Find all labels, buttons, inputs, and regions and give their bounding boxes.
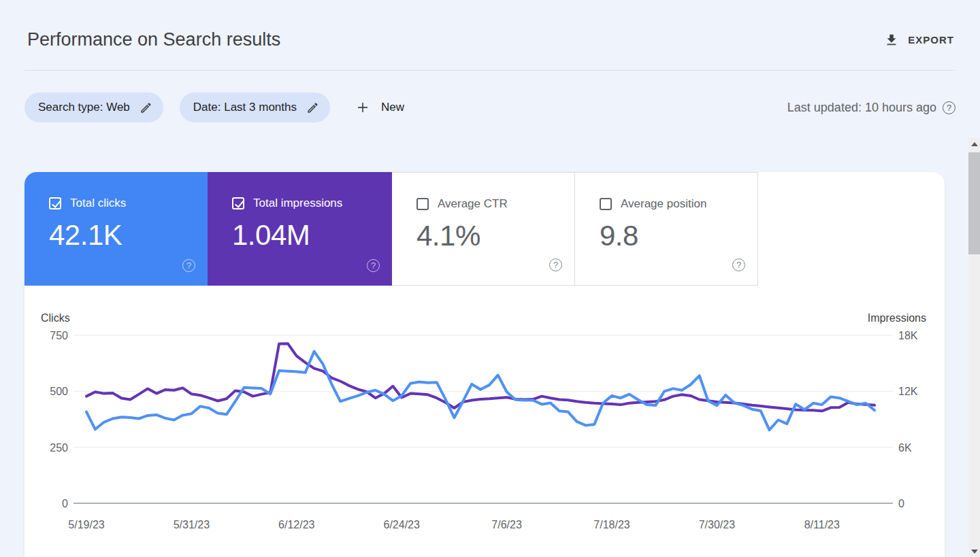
metric-average-ctr[interactable]: Average CTR 4.1% <box>392 172 575 286</box>
metric-total-clicks[interactable]: Total clicks 42.1K <box>24 172 208 286</box>
scrollbar-thumb[interactable] <box>968 152 980 254</box>
page-title: Performance on Search results <box>27 29 280 50</box>
impressions-line <box>86 343 875 411</box>
metric-value: 42.1K <box>49 219 208 252</box>
export-label: EXPORT <box>908 34 954 46</box>
date-range-chip-label: Date: Last 3 months <box>193 101 297 114</box>
metric-row-filler <box>758 172 945 286</box>
help-icon[interactable] <box>182 259 195 272</box>
left-axis-tick: 0 <box>62 498 68 509</box>
left-axis-tick: 500 <box>50 386 68 397</box>
performance-card: Total clicks 42.1K Total impressions 1.0… <box>24 172 945 557</box>
right-axis-tick: 18K <box>898 330 918 341</box>
edit-pencil-icon[interactable] <box>140 101 152 114</box>
new-filter-label: New <box>381 101 404 114</box>
metric-average-position[interactable]: Average position 9.8 <box>575 172 758 286</box>
metric-value: 1.04M <box>232 219 392 252</box>
right-axis-tick: 12K <box>898 386 918 397</box>
left-axis-tick: 750 <box>50 330 68 341</box>
scroll-up-arrow-icon[interactable] <box>968 138 980 150</box>
checkbox-icon[interactable] <box>600 198 612 210</box>
x-axis-tick: 7/18/23 <box>593 519 630 530</box>
export-button[interactable]: EXPORT <box>883 29 956 52</box>
checkbox-icon[interactable] <box>416 198 429 210</box>
x-axis-tick: 7/6/23 <box>491 519 522 530</box>
help-icon[interactable] <box>943 101 956 114</box>
edit-pencil-icon[interactable] <box>306 101 319 114</box>
metric-total-impressions[interactable]: Total impressions 1.04M <box>208 172 392 286</box>
last-updated-text: Last updated: 10 hours ago <box>787 101 936 115</box>
x-axis-tick: 8/11/23 <box>804 519 840 530</box>
x-axis-tick: 5/31/23 <box>174 519 210 530</box>
metric-value: 9.8 <box>600 220 757 252</box>
metric-label: Total impressions <box>253 197 342 210</box>
right-axis-tick: 6K <box>898 442 912 454</box>
search-type-chip[interactable]: Search type: Web <box>24 92 163 122</box>
checkbox-icon[interactable] <box>232 197 244 209</box>
clicks-line <box>86 352 875 431</box>
right-axis-title: Impressions <box>868 312 926 324</box>
metric-label: Total clicks <box>70 197 126 210</box>
header-divider <box>24 70 956 71</box>
performance-chart[interactable]: 75018K50012K2506K00ClicksImpressions5/19… <box>24 286 945 557</box>
x-axis-tick: 6/24/23 <box>384 519 420 530</box>
metric-label: Average position <box>621 197 706 211</box>
metric-row: Total clicks 42.1K Total impressions 1.0… <box>24 172 945 286</box>
metric-label: Average CTR <box>438 197 508 211</box>
left-axis-tick: 250 <box>50 442 68 454</box>
date-range-chip[interactable]: Date: Last 3 months <box>180 92 330 122</box>
new-filter-button[interactable]: New <box>352 94 407 121</box>
x-axis-tick: 6/12/23 <box>278 519 314 530</box>
right-axis-tick: 0 <box>898 498 904 509</box>
search-type-chip-label: Search type: Web <box>38 101 130 114</box>
last-updated: Last updated: 10 hours ago <box>787 101 956 115</box>
page-header: Performance on Search results EXPORT <box>0 0 956 70</box>
x-axis-tick: 7/30/23 <box>699 519 735 530</box>
help-icon[interactable] <box>549 258 562 271</box>
download-icon <box>884 33 899 48</box>
scroll-down-arrow-icon[interactable] <box>968 545 980 557</box>
filter-bar: Search type: Web Date: Last 3 months New… <box>24 92 956 122</box>
plus-icon <box>355 99 371 116</box>
checkbox-icon[interactable] <box>49 197 61 209</box>
left-axis-title: Clicks <box>41 312 70 324</box>
x-axis-tick: 5/19/23 <box>68 519 104 530</box>
help-icon[interactable] <box>367 259 380 272</box>
help-icon[interactable] <box>732 258 745 271</box>
vertical-scrollbar[interactable] <box>968 138 980 557</box>
metric-value: 4.1% <box>416 220 574 252</box>
